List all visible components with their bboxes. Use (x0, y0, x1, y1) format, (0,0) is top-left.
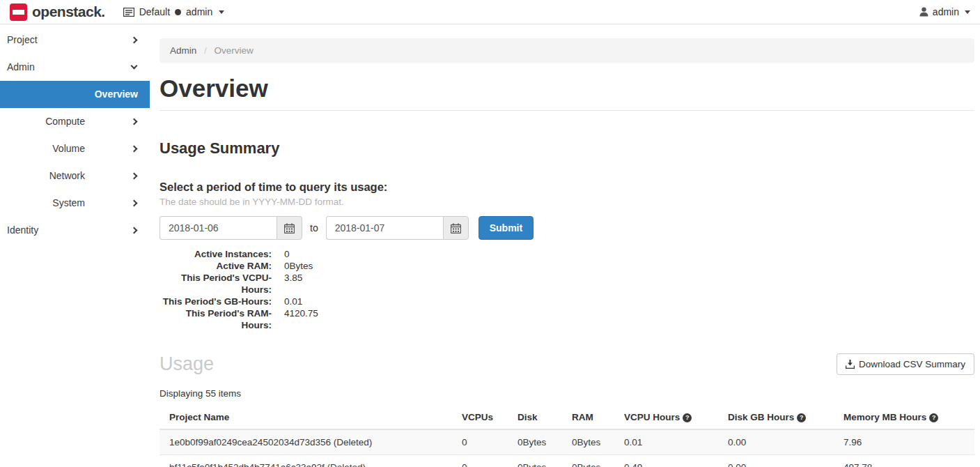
chevron-down-icon (965, 10, 970, 14)
stat-value: 3.85 (284, 272, 302, 296)
col-disk-gb-hours: Disk GB Hours? (722, 406, 838, 429)
help-icon[interactable]: ? (797, 413, 806, 422)
date-to-group (326, 216, 469, 240)
calendar-addon[interactable] (443, 216, 469, 240)
breadcrumb-current: Overview (215, 45, 254, 56)
sidebar-item-volume[interactable]: Volume (0, 135, 150, 162)
domain-project-switcher[interactable]: Default admin (123, 6, 225, 17)
help-icon[interactable]: ? (929, 413, 938, 422)
date-from-group (160, 216, 302, 240)
user-label: admin (933, 6, 959, 17)
cell-ram: 0Bytes (566, 429, 619, 455)
openstack-logo-icon (10, 3, 27, 21)
brand-text: openstack. (32, 3, 105, 20)
domain-label: Default (139, 6, 170, 17)
col-project-name: Project Name (160, 406, 456, 429)
user-menu[interactable]: admin (919, 6, 970, 17)
period-prompt: Select a period of time to query its usa… (160, 181, 974, 194)
cell-disk: 0Bytes (512, 455, 566, 467)
stat-value: 0 (284, 248, 290, 260)
col-ram: RAM (566, 406, 619, 429)
chevron-right-icon (131, 37, 138, 44)
sidebar-item-system[interactable]: System (0, 190, 150, 217)
submit-button[interactable]: Submit (479, 216, 534, 240)
cell-vcpus: 0 (456, 429, 512, 455)
chevron-down-icon (131, 63, 138, 70)
cell-disk-gb-hours: 0.00 (722, 455, 838, 467)
cell-vcpu-hours: 0.01 (619, 429, 722, 455)
sidebar-item-overview[interactable]: Overview (0, 81, 150, 108)
context-dot-icon (175, 9, 181, 15)
openstack-brand[interactable]: openstack. (10, 3, 105, 21)
sidebar-item-label: Compute (45, 116, 85, 127)
date-from-input[interactable] (160, 216, 277, 240)
chevron-down-icon (219, 10, 224, 14)
sidebar-item-label: Project (7, 34, 38, 45)
col-vcpus: VCPUs (456, 406, 512, 429)
stat-vcpu-hours: This Period's VCPU-Hours: 3.85 (160, 272, 974, 296)
title-divider (160, 110, 974, 111)
usage-table: Project Name VCPUs Disk RAM VCPU Hours? … (160, 406, 974, 467)
date-format-hint: The date should be in YYYY-MM-DD format. (160, 197, 974, 207)
col-memory-mb-hours: Memory MB Hours? (838, 406, 974, 429)
to-label: to (310, 222, 318, 234)
cell-ram: 0Bytes (566, 455, 619, 467)
table-header-row: Project Name VCPUs Disk RAM VCPU Hours? … (160, 406, 974, 429)
stat-active-instances: Active Instances: 0 (160, 248, 974, 260)
cell-disk-gb-hours: 0.00 (722, 429, 838, 455)
cell-memory-mb-hours: 497.78 (838, 455, 974, 467)
project-label: admin (186, 6, 212, 17)
usage-section-header: Usage Download CSV Summary (160, 353, 974, 375)
cell-memory-mb-hours: 7.96 (838, 429, 974, 455)
stat-label: This Period's VCPU-Hours: (160, 272, 272, 296)
sidebar-item-identity[interactable]: Identity (0, 217, 150, 244)
user-icon (919, 7, 928, 17)
chevron-right-icon (131, 173, 138, 180)
breadcrumb-admin-link[interactable]: Admin (170, 45, 196, 56)
cell-vcpus: 0 (456, 455, 512, 467)
cell-vcpu-hours: 0.49 (619, 455, 722, 467)
cell-project-name: 1e0b0f99af0249cea24502034d73d356 (Delete… (160, 429, 456, 455)
calendar-icon (451, 223, 461, 234)
chevron-right-icon (131, 146, 138, 153)
download-icon (846, 360, 855, 369)
stat-value: 4120.75 (284, 307, 318, 331)
sidebar-item-label: Network (49, 170, 85, 181)
main-content: Admin / Overview Overview Usage Summary … (150, 24, 980, 467)
date-range-form: to Submit (160, 216, 974, 240)
help-icon[interactable]: ? (683, 413, 692, 422)
chevron-right-icon (131, 227, 138, 234)
cell-project-name: bf11c5fa0f1b452db4b7741a6c33a92f (Delete… (160, 455, 456, 467)
download-csv-label: Download CSV Summary (859, 359, 965, 369)
col-vcpu-hours: VCPU Hours? (619, 406, 722, 429)
stat-ram-hours: This Period's RAM-Hours: 4120.75 (160, 307, 974, 331)
chevron-right-icon (131, 118, 138, 125)
sidebar-item-compute[interactable]: Compute (0, 108, 150, 135)
sidebar-nav: Project Admin Overview Compute Volume Ne… (0, 25, 150, 467)
breadcrumb-separator: / (204, 45, 207, 56)
usage-stats: Active Instances: 0 Active RAM: 0Bytes T… (160, 248, 974, 331)
sidebar-item-network[interactable]: Network (0, 162, 150, 190)
usage-heading: Usage (160, 353, 214, 375)
sidebar-item-label: Admin (7, 61, 35, 72)
col-disk: Disk (512, 406, 566, 429)
sidebar-item-label: System (52, 197, 85, 208)
domain-icon (123, 8, 134, 17)
stat-value: 0Bytes (284, 260, 313, 272)
table-row: bf11c5fa0f1b452db4b7741a6c33a92f (Delete… (160, 455, 974, 467)
top-navbar: openstack. Default admin admin (0, 0, 980, 24)
download-csv-button[interactable]: Download CSV Summary (837, 353, 974, 375)
stat-label: Active RAM: (160, 260, 272, 272)
date-to-input[interactable] (326, 216, 443, 240)
usage-summary-heading: Usage Summary (160, 139, 974, 158)
items-count: Displaying 55 items (160, 388, 974, 399)
sidebar-item-label: Overview (95, 89, 138, 100)
calendar-addon[interactable] (277, 216, 302, 240)
breadcrumb: Admin / Overview (160, 38, 974, 63)
stat-gb-hours: This Period's GB-Hours: 0.01 (160, 296, 974, 307)
sidebar-item-label: Identity (7, 224, 38, 236)
page-title: Overview (160, 75, 974, 102)
sidebar-item-label: Volume (52, 143, 85, 154)
sidebar-item-project[interactable]: Project (0, 26, 150, 54)
sidebar-item-admin[interactable]: Admin (0, 54, 150, 81)
